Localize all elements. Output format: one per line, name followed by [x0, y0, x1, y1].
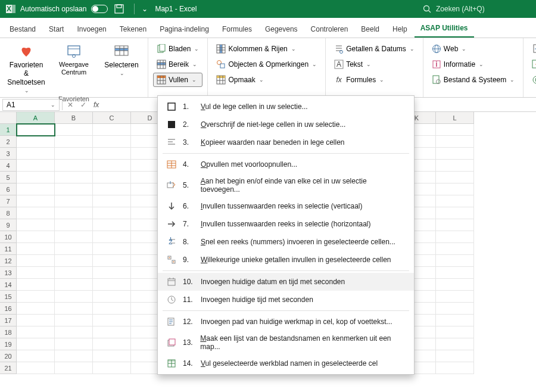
cell[interactable]	[93, 207, 131, 219]
row-header[interactable]: 7	[0, 195, 17, 207]
cell[interactable]	[17, 350, 55, 362]
tab-asap-utilities[interactable]: ASAP Utilities	[415, 19, 474, 38]
start-button[interactable]: St	[528, 73, 536, 87]
cell[interactable]	[55, 279, 93, 291]
save-icon[interactable]	[114, 4, 124, 14]
objecten-opmerkingen-button[interactable]: Objecten & Opmerkingen⌄	[213, 57, 320, 71]
cell[interactable]	[17, 338, 55, 350]
cell[interactable]	[93, 148, 131, 160]
name-box[interactable]: A1⌄	[2, 99, 60, 111]
dropdown-caret-icon[interactable]: ⌄	[142, 5, 148, 13]
cell[interactable]	[436, 362, 474, 374]
cell[interactable]	[436, 207, 474, 219]
cell[interactable]	[17, 362, 55, 374]
cell[interactable]	[93, 160, 131, 172]
cell[interactable]	[436, 338, 474, 350]
cell[interactable]	[93, 315, 131, 326]
cell[interactable]	[17, 267, 55, 279]
row-header[interactable]: 1	[0, 124, 17, 136]
tab-controleren[interactable]: Controleren	[305, 20, 354, 38]
cell[interactable]	[55, 291, 93, 303]
web-button[interactable]: Web⌄	[428, 42, 518, 56]
cell[interactable]	[93, 172, 131, 183]
row-header[interactable]: 6	[0, 183, 17, 195]
row-header[interactable]: 15	[0, 291, 17, 303]
tab-invoegen[interactable]: Invoegen	[71, 20, 112, 38]
row-header[interactable]: 12	[0, 255, 17, 267]
row-header[interactable]: 8	[0, 207, 17, 219]
row-header[interactable]: 10	[0, 231, 17, 243]
column-header[interactable]: B	[55, 112, 93, 124]
cell[interactable]	[17, 160, 55, 172]
tab-gegevens[interactable]: Gegevens	[259, 20, 304, 38]
cell[interactable]	[55, 195, 93, 207]
getallen-datums-button[interactable]: Getallen & Datums⌄	[331, 42, 418, 56]
cell[interactable]	[17, 243, 55, 255]
cell[interactable]	[55, 160, 93, 172]
cell[interactable]	[436, 160, 474, 172]
cell[interactable]	[17, 195, 55, 207]
cell[interactable]	[55, 136, 93, 148]
informatie-button[interactable]: iInformatie⌄	[428, 57, 518, 71]
cell[interactable]	[55, 315, 93, 326]
cell[interactable]	[436, 291, 474, 303]
row-header[interactable]: 20	[0, 350, 17, 362]
row-header[interactable]: 9	[0, 219, 17, 231]
menu-item-9[interactable]: 9.Willekeurige unieke getallen invullen …	[158, 251, 414, 269]
row-header[interactable]: 3	[0, 148, 17, 160]
bereik-button[interactable]: Bereik⌄	[153, 57, 202, 71]
tab-formules[interactable]: Formules	[216, 20, 258, 38]
cell[interactable]	[93, 136, 131, 148]
cell[interactable]	[436, 255, 474, 267]
cell[interactable]	[93, 219, 131, 231]
cell[interactable]	[436, 136, 474, 148]
cell[interactable]	[436, 195, 474, 207]
cell[interactable]	[55, 219, 93, 231]
cell[interactable]	[55, 183, 93, 195]
export-button[interactable]: Ex	[528, 57, 536, 71]
cell[interactable]	[436, 219, 474, 231]
cell[interactable]	[93, 303, 131, 315]
cell[interactable]	[436, 350, 474, 362]
cell[interactable]	[436, 279, 474, 291]
row-header[interactable]: 17	[0, 315, 17, 326]
tab-start[interactable]: Start	[43, 20, 70, 38]
row-header[interactable]: 16	[0, 303, 17, 315]
menu-item-11[interactable]: 11.Invoegen huidige tijd met seconden	[158, 291, 414, 309]
cell[interactable]	[436, 326, 474, 338]
cell[interactable]	[93, 243, 131, 255]
tab-tekenen[interactable]: Tekenen	[114, 20, 152, 38]
formules-button[interactable]: fxFormules⌄	[331, 73, 418, 87]
menu-item-3[interactable]: 3.Kopieer waarden naar beneden in lege c…	[158, 133, 414, 151]
view-center-button[interactable]: Weergave Centrum	[52, 42, 95, 77]
vullen-button[interactable]: Vullen⌄	[153, 73, 202, 87]
menu-item-14[interactable]: 14.Vul geselecteerde werkblad namen in g…	[158, 354, 414, 372]
cell[interactable]	[17, 326, 55, 338]
cell[interactable]	[436, 315, 474, 326]
cell[interactable]	[17, 207, 55, 219]
tab-beeld[interactable]: Beeld	[355, 20, 385, 38]
cell[interactable]	[436, 183, 474, 195]
cell[interactable]	[55, 338, 93, 350]
fx-label[interactable]: fx	[91, 101, 101, 109]
row-header[interactable]: 18	[0, 326, 17, 338]
cell[interactable]	[93, 267, 131, 279]
select-button[interactable]: Selecteren⌄	[100, 42, 143, 79]
cell[interactable]	[93, 279, 131, 291]
tekst-button[interactable]: ATekst⌄	[331, 57, 418, 71]
favorites-shortcuts-button[interactable]: Favorieten & Sneltoetsen ⌄	[5, 42, 48, 95]
cell[interactable]	[93, 350, 131, 362]
cell[interactable]	[55, 255, 93, 267]
cell[interactable]	[436, 148, 474, 160]
cell[interactable]	[55, 326, 93, 338]
cell[interactable]	[55, 350, 93, 362]
cell[interactable]	[17, 172, 55, 183]
cell[interactable]	[93, 183, 131, 195]
cell[interactable]	[93, 195, 131, 207]
cell[interactable]	[17, 183, 55, 195]
menu-item-7[interactable]: 7.Invullen tussenwaarden reeks in select…	[158, 215, 414, 233]
row-header[interactable]: 5	[0, 172, 17, 183]
cell[interactable]	[436, 172, 474, 183]
menu-item-2[interactable]: 2.Overschrijf de niet-lege cellen in uw …	[158, 116, 414, 133]
search-box[interactable]: Zoeken (Alt+Q)	[418, 3, 531, 15]
